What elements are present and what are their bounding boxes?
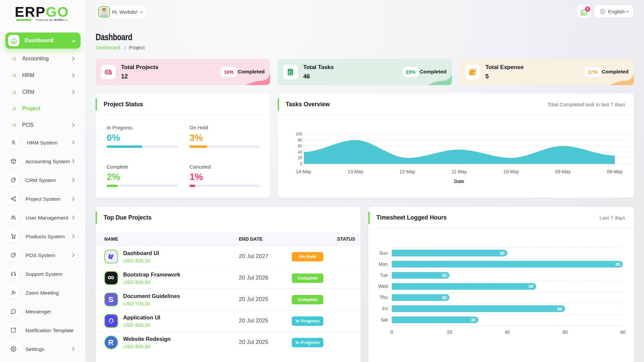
svg-text:40: 40 xyxy=(505,329,510,335)
svg-text:12-May: 12-May xyxy=(399,169,415,174)
svg-text:Thu: Thu xyxy=(380,295,388,300)
svg-text:Fri: Fri xyxy=(382,306,388,311)
svg-text:80: 80 xyxy=(620,329,626,335)
svg-text:Sat: Sat xyxy=(381,317,388,322)
svg-text:11-May: 11-May xyxy=(451,169,467,174)
svg-text:14-May: 14-May xyxy=(296,169,312,174)
svg-text:Wed: Wed xyxy=(378,284,388,289)
svg-text:60: 60 xyxy=(562,329,568,335)
svg-text:0: 0 xyxy=(390,329,393,335)
svg-text:Sun: Sun xyxy=(379,250,388,256)
svg-text:08-May: 08-May xyxy=(607,169,623,174)
svg-text:30: 30 xyxy=(471,317,476,322)
svg-text:0: 0 xyxy=(300,162,302,166)
svg-text:20: 20 xyxy=(442,295,447,300)
svg-text:40: 40 xyxy=(500,251,504,256)
svg-text:Tue: Tue xyxy=(380,273,388,278)
svg-text:80: 80 xyxy=(615,262,620,267)
svg-text:40: 40 xyxy=(298,150,303,155)
svg-text:20: 20 xyxy=(447,329,452,335)
svg-text:13-May: 13-May xyxy=(347,169,363,174)
svg-text:20: 20 xyxy=(442,273,447,278)
svg-text:100: 100 xyxy=(296,132,302,136)
svg-text:80: 80 xyxy=(298,138,303,142)
svg-text:60: 60 xyxy=(557,306,562,311)
svg-text:10-May: 10-May xyxy=(503,169,519,174)
svg-text:Date: Date xyxy=(454,179,465,184)
svg-text:20: 20 xyxy=(298,156,303,160)
svg-text:09-May: 09-May xyxy=(555,169,571,174)
svg-text:50: 50 xyxy=(529,284,533,289)
svg-text:Mon: Mon xyxy=(379,261,388,267)
svg-text:60: 60 xyxy=(298,144,303,148)
